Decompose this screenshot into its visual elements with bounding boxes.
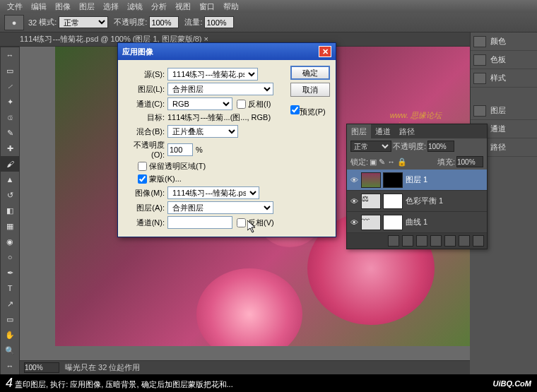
layer-row[interactable]: 👁 图层 1 bbox=[347, 170, 487, 191]
dock-styles[interactable]: 样式 bbox=[471, 69, 537, 88]
menu-filter[interactable]: 滤镜 bbox=[127, 1, 143, 12]
blend-mode-select[interactable]: 正常 bbox=[350, 141, 391, 152]
blend-select[interactable]: 正片叠底 bbox=[167, 125, 238, 138]
tab-paths[interactable]: 路径 bbox=[395, 124, 419, 138]
target-label: 目标: bbox=[124, 112, 165, 123]
mode-select[interactable]: 正常 bbox=[59, 16, 108, 28]
dock-layers[interactable]: 图层 bbox=[471, 102, 537, 120]
type-tool[interactable]: T bbox=[1, 280, 19, 296]
invert1-checkbox[interactable] bbox=[237, 100, 246, 109]
lasso-tool[interactable]: ⟋ bbox=[1, 78, 19, 94]
brush-size: 32 bbox=[28, 18, 37, 27]
hand-tool[interactable]: ✋ bbox=[1, 327, 19, 343]
gradient-tool[interactable]: ▦ bbox=[1, 218, 19, 234]
layer-thumbnail[interactable] bbox=[361, 172, 381, 188]
fill-input[interactable] bbox=[456, 156, 483, 167]
opacity-input[interactable] bbox=[149, 16, 179, 28]
layer-name[interactable]: 曲线 1 bbox=[406, 217, 427, 227]
step-number: 4 bbox=[6, 376, 13, 390]
move-tool[interactable]: ↔ bbox=[1, 47, 19, 63]
path-tool[interactable]: ↗ bbox=[1, 296, 19, 311]
dlg-opacity-label: 不透明度(O): bbox=[124, 140, 165, 159]
mask-checkbox[interactable] bbox=[138, 174, 147, 184]
color-icon bbox=[473, 36, 486, 47]
menu-select[interactable]: 选择 bbox=[103, 1, 119, 12]
mchannel-select[interactable]: 灰色 bbox=[167, 216, 232, 229]
layer-select[interactable]: 合并图层 bbox=[167, 83, 273, 95]
mlayer-select[interactable]: 合并图层 bbox=[167, 201, 273, 214]
adjustment-thumbnail[interactable]: 〰 bbox=[361, 215, 381, 230]
menu-window[interactable]: 窗口 bbox=[199, 1, 215, 12]
adjustment-thumbnail[interactable]: ⚖ bbox=[361, 194, 381, 209]
menu-help[interactable]: 帮助 bbox=[223, 1, 239, 12]
visibility-icon[interactable]: 👁 bbox=[349, 196, 359, 206]
shape-tool[interactable]: ▭ bbox=[1, 311, 19, 327]
menu-analysis[interactable]: 分析 bbox=[151, 1, 167, 12]
image-select[interactable]: 1114练习---雏菊花.psd bbox=[167, 186, 259, 199]
channel-select[interactable]: RGB bbox=[167, 97, 232, 110]
heal-tool[interactable]: ✚ bbox=[1, 141, 19, 156]
source-select[interactable]: 1114练习---雏菊花.psd bbox=[167, 68, 258, 81]
zoom-tool[interactable]: 🔍 bbox=[1, 343, 19, 358]
layer-row[interactable]: 👁 〰 曲线 1 bbox=[347, 212, 487, 233]
layer-name[interactable]: 色彩平衡 1 bbox=[406, 196, 443, 206]
dlg-opacity-input[interactable] bbox=[167, 143, 193, 156]
layer-label: 图层(L): bbox=[124, 84, 165, 95]
lock-icons[interactable]: ▣ ✎ ↔ 🔒 bbox=[370, 158, 407, 167]
brush-preset-icon[interactable]: ● bbox=[4, 15, 24, 30]
history-brush-tool[interactable]: ↺ bbox=[1, 187, 19, 203]
mask-thumbnail[interactable] bbox=[383, 172, 403, 188]
dialog-titlebar[interactable]: 应用图像 ✕ bbox=[118, 43, 336, 60]
visibility-icon[interactable]: 👁 bbox=[349, 175, 359, 185]
eyedropper-tool[interactable]: ✎ bbox=[1, 125, 19, 141]
fx-icon[interactable] bbox=[402, 235, 413, 247]
mask-label: 蒙版(K)... bbox=[149, 174, 182, 184]
layers-footer bbox=[347, 233, 487, 249]
layers-panel: 图层 通道 路径 正常 不透明度: 锁定: ▣ ✎ ↔ 🔒 填充: 👁 图层 1… bbox=[346, 124, 488, 249]
blur-tool[interactable]: ◉ bbox=[1, 234, 19, 249]
tab-layers[interactable]: 图层 bbox=[347, 124, 371, 138]
trash-icon[interactable] bbox=[473, 235, 484, 247]
stamp-tool[interactable]: ▲ bbox=[1, 172, 19, 187]
adjustment-icon[interactable] bbox=[430, 235, 442, 247]
preview-checkbox[interactable] bbox=[290, 105, 300, 114]
dock-swatches[interactable]: 色板 bbox=[471, 51, 537, 69]
menu-edit[interactable]: 编辑 bbox=[31, 1, 47, 12]
flow-input[interactable] bbox=[204, 16, 234, 28]
visibility-icon[interactable]: 👁 bbox=[349, 218, 359, 227]
dodge-tool[interactable]: ○ bbox=[1, 249, 19, 265]
cancel-button[interactable]: 取消 bbox=[290, 83, 330, 97]
pen-tool[interactable]: ✒ bbox=[1, 265, 19, 280]
invert2-checkbox[interactable] bbox=[237, 218, 246, 227]
image-label: 图像(M): bbox=[124, 188, 165, 198]
mask-icon[interactable] bbox=[416, 235, 427, 247]
layer-row[interactable]: 👁 ⚖ 色彩平衡 1 bbox=[347, 191, 487, 212]
lp-opacity-input[interactable] bbox=[427, 141, 454, 152]
menu-file[interactable]: 文件 bbox=[7, 1, 23, 12]
menu-image[interactable]: 图像 bbox=[55, 1, 71, 12]
marquee-tool[interactable]: ▭ bbox=[1, 63, 19, 78]
mask-thumbnail[interactable] bbox=[383, 215, 403, 230]
ok-button[interactable]: 确定 bbox=[290, 66, 330, 80]
zoom-input[interactable] bbox=[24, 362, 59, 373]
close-icon[interactable]: ✕ bbox=[319, 46, 331, 57]
tab-channels[interactable]: 通道 bbox=[371, 124, 395, 138]
lock-label: 锁定: bbox=[350, 157, 368, 167]
eraser-tool[interactable]: ◧ bbox=[1, 203, 19, 218]
dock-color[interactable]: 颜色 bbox=[471, 32, 537, 51]
group-icon[interactable] bbox=[444, 235, 456, 247]
new-layer-icon[interactable] bbox=[459, 235, 470, 247]
link-layers-icon[interactable] bbox=[388, 235, 399, 247]
menu-view[interactable]: 视图 bbox=[175, 1, 191, 12]
mask-thumbnail[interactable] bbox=[383, 194, 403, 209]
menu-layer[interactable]: 图层 bbox=[79, 1, 95, 12]
layer-name[interactable]: 图层 1 bbox=[406, 174, 427, 185]
swatches-icon bbox=[473, 54, 486, 66]
opacity-unit: % bbox=[196, 145, 203, 154]
wand-tool[interactable]: ✦ bbox=[1, 94, 19, 109]
crop-tool[interactable]: ⟃ bbox=[1, 109, 19, 125]
preserve-checkbox[interactable] bbox=[138, 162, 147, 171]
swap-colors-icon[interactable]: ↔ bbox=[1, 358, 19, 374]
brush-tool[interactable]: 🖌 bbox=[1, 156, 19, 172]
preserve-label: 保留透明区域(T) bbox=[149, 161, 206, 172]
